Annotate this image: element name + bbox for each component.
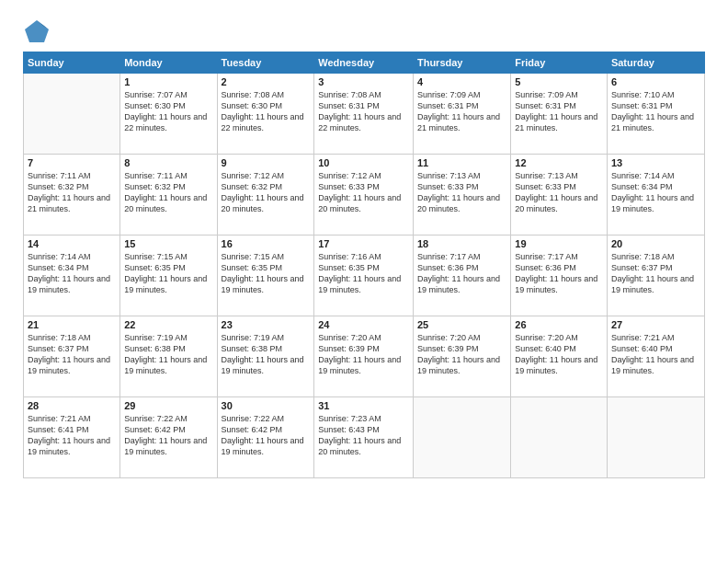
calendar-week-2: 7Sunrise: 7:11 AMSunset: 6:32 PMDaylight… — [24, 155, 705, 236]
calendar-cell: 21Sunrise: 7:18 AMSunset: 6:37 PMDayligh… — [24, 316, 120, 397]
calendar-cell: 17Sunrise: 7:16 AMSunset: 6:35 PMDayligh… — [314, 236, 414, 316]
calendar-cell: 11Sunrise: 7:13 AMSunset: 6:33 PMDayligh… — [413, 155, 510, 236]
calendar-cell: 8Sunrise: 7:11 AMSunset: 6:32 PMDaylight… — [120, 155, 217, 236]
day-number: 28 — [28, 400, 116, 411]
day-info: Sunrise: 7:08 AMSunset: 6:30 PMDaylight:… — [222, 89, 311, 134]
day-number: 20 — [611, 238, 700, 249]
day-number: 3 — [318, 76, 409, 87]
calendar-cell — [607, 397, 704, 478]
day-info: Sunrise: 7:14 AMSunset: 6:34 PMDaylight:… — [611, 170, 700, 215]
day-number: 31 — [318, 400, 409, 411]
calendar-cell: 22Sunrise: 7:19 AMSunset: 6:38 PMDayligh… — [120, 316, 217, 397]
calendar-header-saturday: Saturday — [607, 52, 704, 74]
calendar-cell: 19Sunrise: 7:17 AMSunset: 6:36 PMDayligh… — [511, 236, 608, 316]
logo-icon — [23, 18, 51, 44]
calendar-cell: 7Sunrise: 7:11 AMSunset: 6:32 PMDaylight… — [24, 155, 120, 236]
calendar-week-3: 14Sunrise: 7:14 AMSunset: 6:34 PMDayligh… — [24, 236, 705, 316]
calendar-cell: 24Sunrise: 7:20 AMSunset: 6:39 PMDayligh… — [314, 316, 414, 397]
calendar-table: SundayMondayTuesdayWednesdayThursdayFrid… — [23, 52, 705, 478]
calendar-cell: 26Sunrise: 7:20 AMSunset: 6:40 PMDayligh… — [511, 316, 608, 397]
day-info: Sunrise: 7:09 AMSunset: 6:31 PMDaylight:… — [515, 89, 603, 134]
calendar-cell: 25Sunrise: 7:20 AMSunset: 6:39 PMDayligh… — [413, 316, 510, 397]
day-info: Sunrise: 7:11 AMSunset: 6:32 PMDaylight:… — [28, 170, 116, 215]
calendar-header-monday: Monday — [120, 52, 217, 74]
calendar-cell: 5Sunrise: 7:09 AMSunset: 6:31 PMDaylight… — [511, 74, 608, 155]
day-info: Sunrise: 7:19 AMSunset: 6:38 PMDaylight:… — [124, 332, 212, 377]
calendar-cell: 1Sunrise: 7:07 AMSunset: 6:30 PMDaylight… — [120, 74, 217, 155]
calendar-cell: 6Sunrise: 7:10 AMSunset: 6:31 PMDaylight… — [607, 74, 704, 155]
calendar-week-1: 1Sunrise: 7:07 AMSunset: 6:30 PMDaylight… — [24, 74, 705, 155]
day-info: Sunrise: 7:19 AMSunset: 6:38 PMDaylight:… — [222, 332, 311, 377]
day-number: 11 — [417, 157, 506, 168]
day-info: Sunrise: 7:22 AMSunset: 6:42 PMDaylight:… — [222, 413, 311, 458]
calendar-cell: 10Sunrise: 7:12 AMSunset: 6:33 PMDayligh… — [314, 155, 414, 236]
calendar-cell: 31Sunrise: 7:23 AMSunset: 6:43 PMDayligh… — [314, 397, 414, 478]
calendar-cell: 29Sunrise: 7:22 AMSunset: 6:42 PMDayligh… — [120, 397, 217, 478]
day-number: 10 — [318, 157, 409, 168]
calendar-header-thursday: Thursday — [413, 52, 510, 74]
day-number: 12 — [515, 157, 603, 168]
day-info: Sunrise: 7:12 AMSunset: 6:32 PMDaylight:… — [222, 170, 311, 215]
calendar-cell: 15Sunrise: 7:15 AMSunset: 6:35 PMDayligh… — [120, 236, 217, 316]
calendar-cell — [511, 397, 608, 478]
day-info: Sunrise: 7:13 AMSunset: 6:33 PMDaylight:… — [417, 170, 506, 215]
day-info: Sunrise: 7:13 AMSunset: 6:33 PMDaylight:… — [515, 170, 603, 215]
day-number: 23 — [222, 319, 311, 330]
day-info: Sunrise: 7:07 AMSunset: 6:30 PMDaylight:… — [124, 89, 212, 134]
svg-marker-0 — [25, 20, 49, 42]
day-number: 8 — [124, 157, 212, 168]
calendar-cell: 23Sunrise: 7:19 AMSunset: 6:38 PMDayligh… — [217, 316, 314, 397]
calendar-cell: 13Sunrise: 7:14 AMSunset: 6:34 PMDayligh… — [607, 155, 704, 236]
day-number: 21 — [28, 319, 116, 330]
calendar-cell: 30Sunrise: 7:22 AMSunset: 6:42 PMDayligh… — [217, 397, 314, 478]
day-info: Sunrise: 7:20 AMSunset: 6:39 PMDaylight:… — [318, 332, 409, 377]
day-number: 22 — [124, 319, 212, 330]
header — [23, 18, 705, 44]
day-number: 18 — [417, 238, 506, 249]
calendar-cell: 4Sunrise: 7:09 AMSunset: 6:31 PMDaylight… — [413, 74, 510, 155]
day-number: 30 — [222, 400, 311, 411]
day-number: 6 — [611, 76, 700, 87]
day-number: 7 — [28, 157, 116, 168]
calendar-cell: 2Sunrise: 7:08 AMSunset: 6:30 PMDaylight… — [217, 74, 314, 155]
calendar-cell: 28Sunrise: 7:21 AMSunset: 6:41 PMDayligh… — [24, 397, 120, 478]
calendar-cell: 16Sunrise: 7:15 AMSunset: 6:35 PMDayligh… — [217, 236, 314, 316]
day-info: Sunrise: 7:10 AMSunset: 6:31 PMDaylight:… — [611, 89, 700, 134]
day-info: Sunrise: 7:20 AMSunset: 6:39 PMDaylight:… — [417, 332, 506, 377]
day-info: Sunrise: 7:09 AMSunset: 6:31 PMDaylight:… — [417, 89, 506, 134]
calendar-cell: 20Sunrise: 7:18 AMSunset: 6:37 PMDayligh… — [607, 236, 704, 316]
day-number: 9 — [222, 157, 311, 168]
day-info: Sunrise: 7:12 AMSunset: 6:33 PMDaylight:… — [318, 170, 409, 215]
day-info: Sunrise: 7:15 AMSunset: 6:35 PMDaylight:… — [124, 251, 212, 296]
day-number: 5 — [515, 76, 603, 87]
calendar-cell: 14Sunrise: 7:14 AMSunset: 6:34 PMDayligh… — [24, 236, 120, 316]
day-number: 26 — [515, 319, 603, 330]
day-info: Sunrise: 7:21 AMSunset: 6:41 PMDaylight:… — [28, 413, 116, 458]
logo — [23, 18, 53, 44]
day-info: Sunrise: 7:11 AMSunset: 6:32 PMDaylight:… — [124, 170, 212, 215]
calendar-header-wednesday: Wednesday — [314, 52, 414, 74]
calendar-header-tuesday: Tuesday — [217, 52, 314, 74]
day-info: Sunrise: 7:17 AMSunset: 6:36 PMDaylight:… — [417, 251, 506, 296]
day-number: 15 — [124, 238, 212, 249]
day-info: Sunrise: 7:08 AMSunset: 6:31 PMDaylight:… — [318, 89, 409, 134]
calendar-cell: 27Sunrise: 7:21 AMSunset: 6:40 PMDayligh… — [607, 316, 704, 397]
day-info: Sunrise: 7:18 AMSunset: 6:37 PMDaylight:… — [611, 251, 700, 296]
day-number: 24 — [318, 319, 409, 330]
day-number: 2 — [222, 76, 311, 87]
day-number: 25 — [417, 319, 506, 330]
day-number: 13 — [611, 157, 700, 168]
day-number: 16 — [222, 238, 311, 249]
day-number: 14 — [28, 238, 116, 249]
calendar-header-friday: Friday — [511, 52, 608, 74]
calendar-cell: 12Sunrise: 7:13 AMSunset: 6:33 PMDayligh… — [511, 155, 608, 236]
calendar-cell: 9Sunrise: 7:12 AMSunset: 6:32 PMDaylight… — [217, 155, 314, 236]
day-info: Sunrise: 7:17 AMSunset: 6:36 PMDaylight:… — [515, 251, 603, 296]
day-info: Sunrise: 7:21 AMSunset: 6:40 PMDaylight:… — [611, 332, 700, 377]
day-info: Sunrise: 7:18 AMSunset: 6:37 PMDaylight:… — [28, 332, 116, 377]
day-number: 19 — [515, 238, 603, 249]
day-info: Sunrise: 7:15 AMSunset: 6:35 PMDaylight:… — [222, 251, 311, 296]
calendar-cell — [413, 397, 510, 478]
day-info: Sunrise: 7:22 AMSunset: 6:42 PMDaylight:… — [124, 413, 212, 458]
day-info: Sunrise: 7:14 AMSunset: 6:34 PMDaylight:… — [28, 251, 116, 296]
